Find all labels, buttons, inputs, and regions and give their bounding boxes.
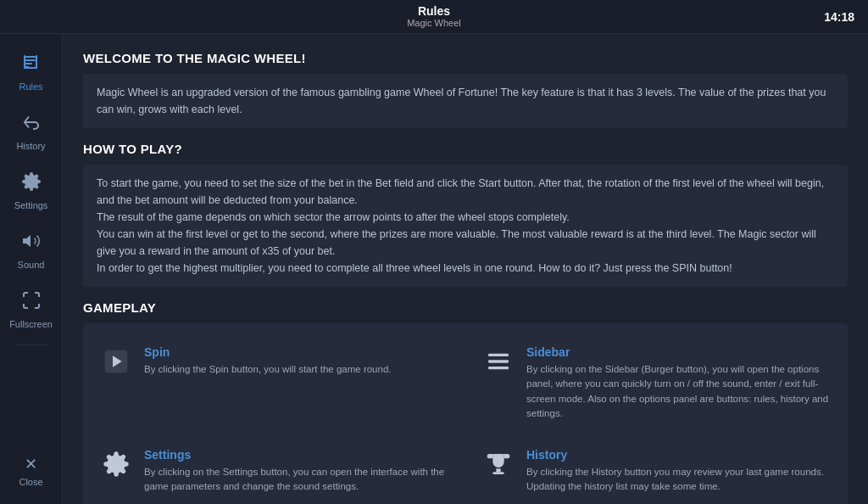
svg-rect-1 xyxy=(24,59,36,61)
settings-title: Settings xyxy=(144,448,448,462)
how-to-play-text: To start the game, you need to set the s… xyxy=(97,175,834,277)
sidebar-settings-label: Settings xyxy=(14,200,48,210)
rules-icon xyxy=(21,53,42,78)
gameplay-item-settings: Settings By clicking on the Settings but… xyxy=(83,434,465,504)
svg-rect-11 xyxy=(488,367,509,369)
svg-rect-12 xyxy=(496,468,500,472)
sidebar-close-button[interactable]: ✕ Close xyxy=(0,446,62,496)
spin-desc: By clicking the Spin button, you will st… xyxy=(144,362,392,377)
sidebar-item-settings[interactable]: Settings xyxy=(0,161,62,221)
gameplay-title: GAMEPLAY xyxy=(83,300,848,315)
history-icon xyxy=(21,112,42,137)
svg-rect-6 xyxy=(24,67,37,69)
content-area: WELCOME TO THE MAGIC WHEEL! Magic Wheel … xyxy=(63,34,868,504)
sidebar-title: Sidebar xyxy=(526,345,831,359)
title-group: Rules Magic Wheel xyxy=(407,5,461,28)
settings-icon xyxy=(21,171,42,197)
page-subtitle: Magic Wheel xyxy=(407,18,461,28)
close-label: Close xyxy=(19,477,42,487)
page-title: Rules xyxy=(407,5,461,18)
how-to-play-box: To start the game, you need to set the s… xyxy=(83,165,848,287)
sidebar-history-label: History xyxy=(16,141,45,151)
welcome-title: WELCOME TO THE MAGIC WHEEL! xyxy=(83,51,848,65)
spin-content: Spin By clicking the Spin button, you wi… xyxy=(144,345,392,377)
spin-icon xyxy=(100,345,132,378)
sound-icon xyxy=(21,231,42,256)
settings-content: Settings By clicking on the Settings but… xyxy=(144,448,448,495)
svg-rect-13 xyxy=(492,472,504,474)
fullscreen-icon xyxy=(21,290,42,316)
topbar: Rules Magic Wheel 14:18 xyxy=(0,0,868,34)
sidebar-item-fullscreen[interactable]: Fullscreen xyxy=(0,280,62,339)
how-to-play-title: HOW TO PLAY? xyxy=(83,142,848,156)
sidebar-sound-label: Sound xyxy=(18,260,45,270)
svg-rect-5 xyxy=(24,55,25,69)
sidebar-item-history[interactable]: History xyxy=(0,102,62,161)
sidebar-item-sound[interactable]: Sound xyxy=(0,221,62,280)
spin-title: Spin xyxy=(144,345,392,359)
sidebar-content: Sidebar By clicking on the Sidebar (Burg… xyxy=(526,345,831,421)
sidebar-item-rules[interactable]: Rules xyxy=(0,42,62,102)
welcome-text: Magic Wheel is an upgraded version of th… xyxy=(97,87,826,115)
sidebar-desc: By clicking on the Sidebar (Burger butto… xyxy=(526,362,831,421)
close-icon: ✕ xyxy=(25,455,37,473)
sidebar-fullscreen-label: Fullscreen xyxy=(9,319,53,329)
welcome-box: Magic Wheel is an upgraded version of th… xyxy=(83,74,848,128)
clock: 14:18 xyxy=(824,10,854,24)
settings-desc: By clicking on the Settings button, you … xyxy=(144,465,448,495)
history-title: History xyxy=(526,448,831,462)
sidebar-divider xyxy=(14,344,48,345)
sidebar-icon xyxy=(482,345,515,378)
history-desc: By clicking the History button you may r… xyxy=(526,465,831,495)
sidebar-rules-label: Rules xyxy=(19,81,42,92)
history-icon xyxy=(482,448,515,480)
gameplay-item-spin: Spin By clicking the Spin button, you wi… xyxy=(83,332,465,434)
gameplay-grid: Spin By clicking the Spin button, you wi… xyxy=(83,323,848,504)
sidebar: Rules History Settings xyxy=(0,34,63,504)
history-content: History By clicking the History button y… xyxy=(526,448,831,495)
svg-rect-10 xyxy=(488,360,509,362)
svg-rect-9 xyxy=(488,354,509,356)
svg-rect-4 xyxy=(36,55,37,69)
gameplay-item-sidebar: Sidebar By clicking on the Sidebar (Burg… xyxy=(465,332,848,434)
svg-rect-0 xyxy=(24,56,36,58)
gameplay-item-history: History By clicking the History button y… xyxy=(465,434,848,504)
main-layout: Rules History Settings xyxy=(0,34,868,504)
settings-icon xyxy=(100,448,132,480)
